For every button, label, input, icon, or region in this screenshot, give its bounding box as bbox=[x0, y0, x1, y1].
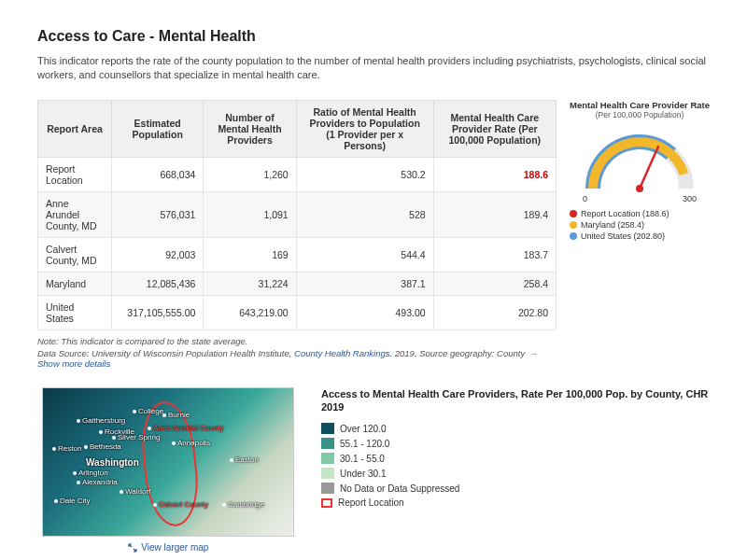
gauge-chart bbox=[574, 123, 705, 198]
table-row: Maryland12,085,43631,224387.1258.4 bbox=[38, 272, 557, 295]
legend-dot-icon bbox=[570, 210, 577, 217]
table-cell-area: United States bbox=[38, 295, 112, 329]
th-ratio: Ratio of Mental Health Providers to Popu… bbox=[296, 100, 433, 157]
legend-swatch-icon bbox=[321, 483, 334, 494]
map-city-arlington: Arlington bbox=[73, 469, 108, 477]
indicator-description: This indicator reports the rate of the c… bbox=[37, 54, 710, 83]
map-legend-label: Over 120.0 bbox=[340, 424, 386, 434]
map-city-burnie: Burnie bbox=[162, 411, 190, 419]
map-legend-label: No Data or Data Suppressed bbox=[340, 483, 459, 494]
map-legend-item: 55.1 - 120.0 bbox=[321, 438, 710, 449]
table-cell-area: Maryland bbox=[38, 272, 112, 295]
table-row: United States317,105,555.00643,219.00493… bbox=[38, 295, 557, 329]
svg-point-1 bbox=[636, 185, 643, 192]
map-city-bethesda: Bethesda bbox=[84, 442, 121, 451]
map-city-gaithersburg: Gaithersburg bbox=[77, 416, 125, 425]
gauge-legend-item: Report Location (188.6) bbox=[570, 209, 710, 218]
table-row: Report Location668,0341,260530.2188.6 bbox=[38, 157, 557, 191]
table-cell-providers: 169 bbox=[204, 237, 296, 272]
legend-dot-icon bbox=[570, 221, 577, 229]
map-city-dale: Dale City bbox=[54, 497, 90, 505]
map-legend-label: Under 30.1 bbox=[340, 469, 386, 479]
table-cell-providers: 1,091 bbox=[204, 191, 296, 237]
legend-swatch-icon bbox=[321, 453, 334, 464]
legend-swatch-icon bbox=[321, 498, 332, 508]
gauge-title: Mental Health Care Provider Rate bbox=[570, 100, 710, 110]
gauge-max: 300 bbox=[683, 194, 697, 203]
map-city-waldorf: Waldorf bbox=[120, 487, 150, 496]
gauge-legend-label: Report Location (188.6) bbox=[581, 209, 669, 218]
table-cell-rate: 258.4 bbox=[433, 272, 556, 295]
table-cell-pop: 576,031 bbox=[112, 191, 204, 237]
th-pop: Estimated Population bbox=[112, 100, 204, 157]
map-legend-label: Report Location bbox=[338, 497, 404, 508]
source-link[interactable]: County Health Rankings bbox=[294, 348, 389, 358]
th-providers: Number of Mental Health Providers bbox=[204, 100, 296, 157]
map-legend-item: Under 30.1 bbox=[321, 468, 710, 479]
table-cell-ratio: 530.2 bbox=[296, 157, 433, 191]
data-table: Report Area Estimated Population Number … bbox=[37, 100, 557, 330]
table-cell-ratio: 493.00 bbox=[296, 295, 433, 329]
source-suffix: . 2019. Source geography: County bbox=[389, 348, 525, 358]
comparison-note: Note: This indicator is compared to the … bbox=[37, 336, 557, 346]
gauge-legend-label: United States (202.80) bbox=[581, 231, 665, 241]
table-cell-providers: 1,260 bbox=[204, 157, 296, 191]
legend-swatch-icon bbox=[321, 468, 334, 479]
map-city-college: College bbox=[133, 407, 163, 415]
map-legend-title: Access to Mental Health Care Providers, … bbox=[321, 387, 710, 414]
choropleth-map[interactable]: Washington Gaithersburg Rockville Reston… bbox=[42, 387, 294, 537]
map-city-silver-spring: Silver Spring bbox=[112, 433, 160, 441]
map-city-easton: Easton bbox=[230, 455, 259, 464]
map-legend-label: 30.1 - 55.0 bbox=[340, 454, 385, 464]
expand-icon bbox=[128, 543, 137, 553]
table-cell-ratio: 544.4 bbox=[296, 237, 433, 272]
th-area: Report Area bbox=[38, 100, 112, 157]
map-city-reston: Reston bbox=[52, 444, 81, 453]
table-cell-rate: 189.4 bbox=[433, 191, 556, 237]
table-cell-area: Calvert County, MD bbox=[38, 237, 112, 272]
map-city-cambridge: Cambridge bbox=[222, 500, 264, 509]
table-cell-ratio: 387.1 bbox=[296, 272, 433, 295]
legend-dot-icon bbox=[570, 232, 577, 240]
data-source: Data Source: University of Wisconsin Pop… bbox=[37, 348, 557, 369]
svg-line-0 bbox=[640, 146, 658, 189]
arrow-icon: → bbox=[529, 348, 538, 358]
table-row: Anne Arundel County, MD576,0311,09152818… bbox=[38, 191, 557, 237]
table-cell-providers: 643,219.00 bbox=[204, 295, 296, 329]
map-legend-item: No Data or Data Suppressed bbox=[321, 483, 710, 494]
table-cell-pop: 92,003 bbox=[112, 237, 204, 272]
table-cell-ratio: 528 bbox=[296, 191, 433, 237]
table-row: Calvert County, MD92,003169544.4183.7 bbox=[38, 237, 557, 272]
gauge-legend-item: United States (202.80) bbox=[570, 231, 710, 241]
map-legend-item: 30.1 - 55.0 bbox=[321, 453, 710, 464]
table-cell-providers: 31,224 bbox=[204, 272, 296, 295]
table-cell-rate: 183.7 bbox=[433, 237, 556, 272]
table-cell-area: Anne Arundel County, MD bbox=[38, 191, 112, 237]
table-cell-pop: 668,034 bbox=[112, 157, 204, 191]
map-label-calvert: Calvert County bbox=[153, 500, 208, 509]
view-larger-map-label: View larger map bbox=[141, 542, 208, 553]
table-cell-rate: 202.80 bbox=[433, 295, 556, 329]
map-legend-label: 55.1 - 120.0 bbox=[340, 439, 389, 449]
table-cell-pop: 12,085,436 bbox=[112, 272, 204, 295]
view-larger-map[interactable]: View larger map bbox=[37, 542, 299, 553]
gauge-legend-label: Maryland (258.4) bbox=[581, 220, 644, 230]
map-legend-item: Report Location bbox=[321, 497, 710, 508]
gauge-min: 0 bbox=[583, 194, 587, 203]
map-city-alexandria: Alexandria bbox=[77, 478, 118, 486]
table-cell-rate: 188.6 bbox=[433, 157, 556, 191]
legend-swatch-icon bbox=[321, 438, 334, 449]
table-cell-pop: 317,105,555.00 bbox=[112, 295, 204, 329]
table-cell-area: Report Location bbox=[38, 157, 112, 191]
map-legend-item: Over 120.0 bbox=[321, 423, 710, 434]
th-rate: Mental Health Care Provider Rate (Per 10… bbox=[433, 100, 556, 157]
page-title: Access to Care - Mental Health bbox=[37, 28, 710, 45]
gauge-legend-item: Maryland (258.4) bbox=[570, 220, 710, 230]
map-city-annapolis: Annapolis bbox=[172, 439, 210, 447]
map-city-washington: Washington bbox=[86, 457, 139, 468]
show-more-details[interactable]: Show more details bbox=[37, 358, 110, 369]
legend-swatch-icon bbox=[321, 423, 334, 434]
map-label-anne-arundel: Anne Arundel County bbox=[148, 424, 224, 432]
source-prefix: Data Source: University of Wisconsin Pop… bbox=[37, 348, 294, 358]
gauge-subtitle: (Per 100,000 Population) bbox=[570, 110, 710, 119]
